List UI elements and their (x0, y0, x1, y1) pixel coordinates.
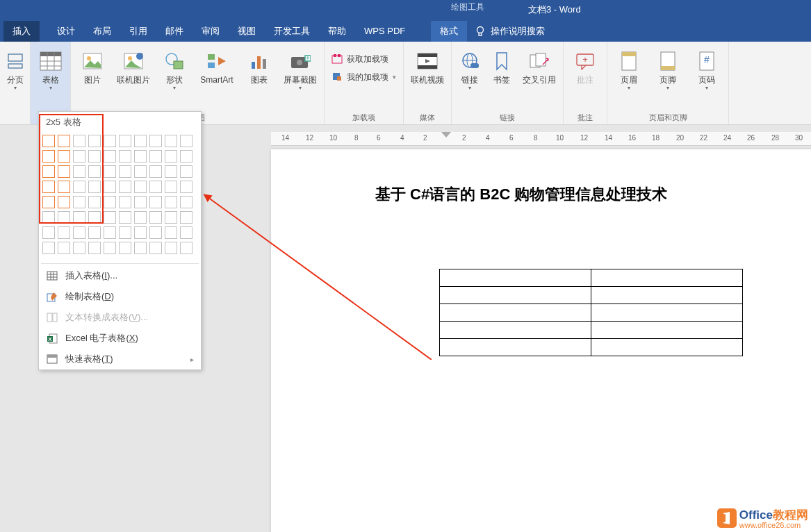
grid-cell[interactable] (88, 165, 101, 178)
grid-cell[interactable] (88, 150, 101, 163)
grid-cell[interactable] (119, 165, 131, 178)
grid-cell[interactable] (73, 196, 85, 208)
grid-cell[interactable] (88, 196, 101, 208)
grid-cell[interactable] (134, 150, 147, 163)
grid-cell[interactable] (73, 242, 85, 254)
grid-cell[interactable] (104, 211, 116, 224)
grid-cell[interactable] (88, 211, 101, 224)
link-button[interactable]: 链接 ▾ (456, 47, 484, 91)
grid-cell[interactable] (134, 135, 147, 147)
grid-cell[interactable] (134, 226, 147, 239)
grid-cell[interactable] (180, 135, 192, 147)
grid-cell[interactable] (180, 211, 192, 224)
grid-cell[interactable] (119, 242, 131, 254)
ruler-indent-marker[interactable] (441, 132, 451, 138)
grid-cell[interactable] (165, 211, 177, 224)
grid-cell[interactable] (180, 242, 192, 254)
grid-cell[interactable] (73, 150, 85, 163)
grid-cell[interactable] (119, 226, 131, 239)
grid-cell[interactable] (165, 242, 177, 254)
tab-help[interactable]: 帮助 (319, 21, 355, 42)
screenshot-button[interactable]: + 屏幕截图 ▾ (281, 47, 320, 91)
page-number-button[interactable]: # 页码 ▾ (689, 47, 724, 91)
shapes-button[interactable]: 形状 ▾ (157, 47, 192, 91)
grid-cell[interactable] (180, 226, 192, 239)
grid-cell[interactable] (42, 242, 55, 254)
my-addins-button[interactable]: 我的加载项 ▾ (329, 69, 399, 85)
grid-cell[interactable] (73, 226, 85, 239)
grid-cell[interactable] (165, 165, 177, 178)
picture-button[interactable]: 图片 (75, 47, 110, 85)
comment-button[interactable]: + 批注 (568, 47, 603, 85)
grid-cell[interactable] (58, 226, 70, 239)
grid-cell[interactable] (119, 150, 131, 163)
grid-cell[interactable] (180, 165, 192, 178)
grid-cell[interactable] (180, 181, 192, 193)
grid-cell[interactable] (73, 181, 85, 193)
grid-cell[interactable] (119, 196, 131, 208)
grid-cell[interactable] (134, 211, 147, 224)
grid-cell[interactable] (58, 181, 70, 193)
grid-cell[interactable] (149, 242, 162, 254)
grid-cell[interactable] (119, 181, 131, 193)
inserted-table[interactable] (439, 269, 743, 356)
grid-cell[interactable] (134, 242, 147, 254)
grid-cell[interactable] (58, 242, 70, 254)
grid-cell[interactable] (104, 150, 116, 163)
grid-cell[interactable] (149, 181, 162, 193)
grid-cell[interactable] (149, 135, 162, 147)
get-addins-button[interactable]: 获取加载项 (329, 51, 399, 67)
document-heading[interactable]: 基于 C#语言的 B2C 购物管理信息处理技术 (375, 184, 811, 205)
grid-cell[interactable] (104, 181, 116, 193)
tab-review[interactable]: 审阅 (192, 21, 229, 42)
grid-cell[interactable] (88, 181, 101, 193)
grid-cell[interactable] (149, 165, 162, 178)
grid-cell[interactable] (42, 135, 55, 147)
online-video-button[interactable]: 联机视频 (408, 47, 447, 85)
grid-cell[interactable] (58, 211, 70, 224)
tab-view[interactable]: 视图 (229, 21, 265, 42)
grid-cell[interactable] (104, 165, 116, 178)
grid-cell[interactable] (104, 226, 116, 239)
grid-cell[interactable] (165, 196, 177, 208)
grid-cell[interactable] (104, 242, 116, 254)
grid-cell[interactable] (58, 165, 70, 178)
grid-cell[interactable] (180, 196, 192, 208)
grid-cell[interactable] (119, 135, 131, 147)
grid-cell[interactable] (42, 211, 55, 224)
grid-cell[interactable] (119, 211, 131, 224)
tab-mailings[interactable]: 邮件 (156, 21, 192, 42)
tab-format[interactable]: 格式 (431, 21, 467, 42)
grid-cell[interactable] (149, 211, 162, 224)
tab-insert[interactable]: 插入 (3, 21, 40, 42)
insert-table-item[interactable]: 插入表格(I)... (39, 265, 201, 286)
grid-cell[interactable] (104, 135, 116, 147)
tab-wps[interactable]: WPS PDF (355, 21, 414, 42)
grid-cell[interactable] (88, 242, 101, 254)
footer-button[interactable]: 页脚 ▾ (650, 47, 685, 91)
grid-cell[interactable] (165, 181, 177, 193)
tab-developer[interactable]: 开发工具 (265, 21, 319, 42)
draw-table-item[interactable]: 绘制表格(D) (39, 286, 201, 307)
grid-cell[interactable] (73, 211, 85, 224)
grid-cell[interactable] (134, 181, 147, 193)
grid-cell[interactable] (58, 196, 70, 208)
tab-references[interactable]: 引用 (120, 21, 156, 42)
grid-cell[interactable] (88, 135, 101, 147)
quick-tables-item[interactable]: 快速表格(T) ▸ (39, 349, 201, 369)
table-grid-picker[interactable] (39, 133, 201, 262)
grid-cell[interactable] (149, 196, 162, 208)
grid-cell[interactable] (88, 226, 101, 239)
grid-cell[interactable] (134, 165, 147, 178)
grid-cell[interactable] (134, 196, 147, 208)
grid-cell[interactable] (180, 150, 192, 163)
grid-cell[interactable] (42, 150, 55, 163)
header-button[interactable]: 页眉 ▾ (612, 47, 646, 91)
grid-cell[interactable] (73, 165, 85, 178)
grid-cell[interactable] (165, 150, 177, 163)
tab-layout[interactable]: 布局 (84, 21, 120, 42)
grid-cell[interactable] (104, 196, 116, 208)
page-break-button[interactable]: 分页 ▾ (3, 47, 28, 91)
tab-design[interactable]: 设计 (48, 21, 84, 42)
online-picture-button[interactable]: 联机图片 (114, 47, 153, 85)
